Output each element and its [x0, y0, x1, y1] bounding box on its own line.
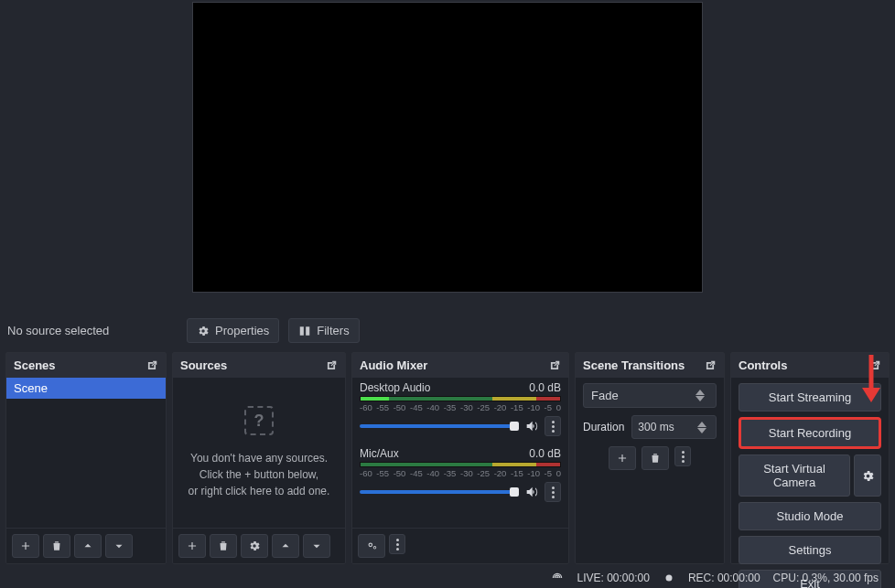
sources-empty-text: Click the + button below, — [199, 466, 318, 483]
video-preview[interactable] — [192, 2, 703, 293]
properties-label: Properties — [215, 324, 269, 337]
audio-mixer-panel: Audio Mixer Desktop Audio 0.0 dB -60-55-… — [351, 352, 569, 564]
popout-icon[interactable] — [704, 359, 717, 372]
live-status: LIVE: 00:00:00 — [577, 572, 649, 584]
rec-status: REC: 00:00:00 — [688, 572, 760, 584]
source-down-button[interactable] — [303, 534, 330, 558]
no-source-label: No source selected — [7, 324, 178, 337]
source-properties-button[interactable] — [241, 534, 268, 558]
duration-input[interactable]: 300 ms — [631, 415, 717, 439]
sources-empty-text: You don't have any sources. — [190, 450, 328, 466]
scene-up-button[interactable] — [74, 534, 102, 558]
channel-db: 0.0 dB — [529, 381, 561, 394]
audio-meter — [360, 462, 561, 467]
sources-list[interactable]: ? You don't have any sources. Click the … — [173, 378, 345, 528]
panel-title: Scenes — [14, 358, 56, 372]
channel-name: Mic/Aux — [360, 447, 399, 460]
meter-scale: -60-55-50-45-40-35-30-25-20-15-10-50 — [360, 468, 561, 478]
chevron-up-icon[interactable] — [696, 390, 705, 395]
trash-icon — [217, 540, 230, 552]
chevron-down-icon — [310, 540, 323, 552]
add-transition-button[interactable] — [609, 446, 636, 470]
chevron-up-icon — [81, 540, 94, 552]
transition-select[interactable]: Fade — [583, 383, 717, 408]
panel-title: Scene Transitions — [583, 358, 685, 372]
gear-icon — [248, 540, 261, 552]
add-scene-button[interactable] — [12, 534, 39, 558]
chevron-down-icon — [113, 540, 125, 552]
popout-icon[interactable] — [325, 359, 338, 372]
record-icon — [663, 572, 675, 585]
channel-menu-button[interactable] — [545, 416, 561, 436]
properties-button[interactable]: Properties — [187, 318, 279, 343]
chevron-up-icon — [279, 540, 292, 552]
scenes-panel: Scenes Scene — [5, 352, 167, 564]
duration-value: 300 ms — [638, 421, 674, 433]
sources-empty-text: or right click here to add one. — [189, 483, 330, 499]
popout-icon[interactable] — [868, 359, 881, 372]
trash-icon — [649, 452, 662, 465]
plus-icon — [19, 540, 32, 552]
duration-label: Duration — [583, 421, 624, 433]
audio-meter — [360, 396, 561, 401]
studio-mode-button[interactable]: Studio Mode — [739, 502, 881, 530]
channel-name: Desktop Audio — [360, 381, 430, 394]
cpu-status: CPU: 0.3%, 30.00 fps — [773, 572, 879, 584]
panel-title: Audio Mixer — [360, 358, 427, 372]
channel-db: 0.0 dB — [529, 447, 561, 460]
virtual-camera-settings-button[interactable] — [854, 454, 881, 497]
transition-selected: Fade — [591, 389, 619, 402]
scene-down-button[interactable] — [105, 534, 133, 558]
mixer-menu-button[interactable] — [389, 534, 405, 554]
mixer-channel: Mic/Aux 0.0 dB -60-55-50-45-40-35-30-25-… — [352, 444, 568, 509]
remove-scene-button[interactable] — [43, 534, 70, 558]
source-up-button[interactable] — [272, 534, 299, 558]
mixer-channel: Desktop Audio 0.0 dB -60-55-50-45-40-35-… — [352, 378, 568, 444]
trash-icon — [50, 540, 63, 552]
chevron-down-icon[interactable] — [697, 428, 706, 433]
chevron-up-icon[interactable] — [697, 422, 706, 427]
sources-panel: Sources ? You don't have any sources. Cl… — [172, 352, 346, 564]
channel-menu-button[interactable] — [545, 482, 561, 502]
source-toolbar: No source selected Properties Filters — [0, 313, 895, 352]
plus-icon — [186, 540, 199, 552]
gear-icon — [861, 469, 875, 483]
volume-slider[interactable] — [360, 490, 519, 494]
question-icon: ? — [244, 406, 274, 435]
filters-label: Filters — [317, 324, 349, 337]
transition-menu-button[interactable] — [674, 446, 691, 466]
filters-button[interactable]: Filters — [288, 318, 359, 343]
chevron-down-icon[interactable] — [696, 396, 705, 401]
connection-icon — [551, 572, 564, 585]
panel-title: Controls — [739, 358, 787, 372]
scene-transitions-panel: Scene Transitions Fade Duration 300 ms — [575, 352, 725, 564]
add-source-button[interactable] — [178, 534, 206, 558]
speaker-icon[interactable] — [524, 419, 539, 433]
start-streaming-button[interactable]: Start Streaming — [739, 383, 881, 412]
popout-icon[interactable] — [146, 359, 158, 372]
status-bar: LIVE: 00:00:00 REC: 00:00:00 CPU: 0.3%, … — [534, 568, 895, 588]
remove-transition-button[interactable] — [642, 446, 669, 470]
settings-button[interactable]: Settings — [739, 536, 881, 564]
scene-item[interactable]: Scene — [6, 378, 166, 399]
remove-source-button[interactable] — [210, 534, 237, 558]
controls-panel: Controls Start Streaming Start Recording… — [730, 352, 890, 564]
start-virtual-camera-button[interactable]: Start Virtual Camera — [739, 454, 850, 497]
start-recording-button[interactable]: Start Recording — [739, 417, 881, 449]
preview-area — [0, 0, 895, 313]
mixer-settings-button[interactable] — [358, 534, 385, 558]
meter-scale: -60-55-50-45-40-35-30-25-20-15-10-50 — [360, 402, 561, 412]
volume-slider[interactable] — [360, 424, 519, 428]
plus-icon — [616, 452, 629, 465]
speaker-icon[interactable] — [524, 485, 539, 499]
panel-title: Sources — [180, 358, 227, 372]
gear-icon — [197, 325, 210, 337]
gears-icon — [365, 540, 378, 552]
svg-point-2 — [665, 575, 672, 582]
popout-icon[interactable] — [548, 359, 561, 372]
filter-icon — [298, 325, 311, 337]
